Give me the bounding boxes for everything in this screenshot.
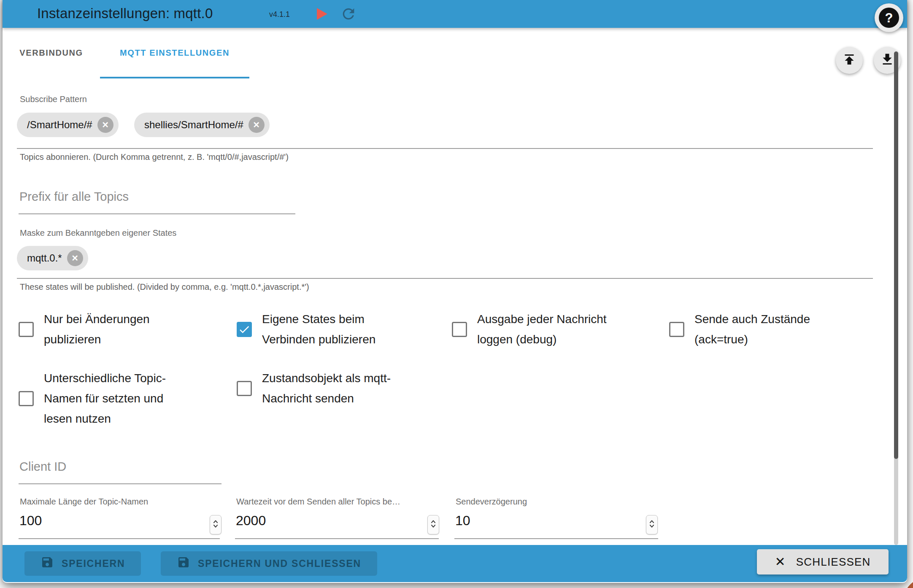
prefix-input[interactable]: Prefix für alle Topics xyxy=(19,190,129,204)
close-icon: ✕ xyxy=(775,556,786,568)
screen: Instanzeinstellungen: mqtt.0 v4.1.1 ? VE… xyxy=(0,0,913,588)
dialog-title: Instanzeinstellungen: mqtt.0 xyxy=(37,0,213,28)
tab-verbindung[interactable]: VERBINDUNG xyxy=(3,28,100,78)
instance-running-play-icon xyxy=(317,8,327,20)
close-button-label: SCHLIESSEN xyxy=(796,556,871,569)
checkbox-label: Ausgabe jeder Nachricht loggen (debug) xyxy=(477,309,616,350)
checkbox-zustandsobjekt[interactable]: Zustandsobjekt als mqtt-Nachricht senden xyxy=(237,368,401,409)
chip-text: shellies/SmartHome/# xyxy=(144,119,243,131)
checkbox-box[interactable] xyxy=(237,322,252,337)
checkbox-label: Eigene States beim Verbinden publizieren xyxy=(262,309,389,350)
close-button[interactable]: ✕ SCHLIESSEN xyxy=(757,549,889,575)
checkbox-box[interactable] xyxy=(669,322,684,337)
number-stepper[interactable] xyxy=(210,515,221,534)
mask-input-underline xyxy=(17,278,873,279)
chip-text: /SmartHome/# xyxy=(27,119,92,131)
send-delay-input[interactable]: 10 xyxy=(455,513,470,529)
mask-helper-text: These states will be published. (Divided… xyxy=(20,282,309,292)
number-stepper[interactable] xyxy=(427,515,439,534)
checkbox-unterschiedliche-topics[interactable]: Unterschiedliche Topic-Namen für setzten… xyxy=(19,368,173,429)
checkbox-box[interactable] xyxy=(19,391,34,406)
checkbox-label: Sende auch Zustände (ack=true) xyxy=(694,309,821,350)
save-button[interactable]: SPEICHERN xyxy=(24,551,141,576)
active-tab-indicator xyxy=(100,77,249,78)
send-wait-label: Wartezeit vor dem Senden aller Topics be… xyxy=(236,497,400,507)
client-id-underline xyxy=(19,483,221,484)
tab-label: MQTT EINSTELLUNGEN xyxy=(120,48,230,58)
chip-delete-icon[interactable]: ✕ xyxy=(97,117,113,133)
number-stepper[interactable] xyxy=(646,515,658,534)
subscribe-pattern-label: Subscribe Pattern xyxy=(20,94,87,104)
subscribe-helper-text: Topics abonnieren. (Durch Komma getrennt… xyxy=(20,152,289,162)
checkbox-box[interactable] xyxy=(452,322,467,337)
save-and-close-button[interactable]: SPEICHERN UND SCHLIESSEN xyxy=(161,551,377,576)
checkbox-box[interactable] xyxy=(19,322,34,337)
help-button[interactable]: ? xyxy=(875,3,903,32)
question-icon: ? xyxy=(879,8,899,28)
upload-icon xyxy=(842,52,857,69)
dialog-footer: SPEICHERN SPEICHERN UND SCHLIESSEN ✕ SCH… xyxy=(3,545,907,582)
adapter-version: v4.1.1 xyxy=(269,0,290,28)
save-icon xyxy=(41,556,54,572)
save-icon xyxy=(177,556,190,572)
mask-chip[interactable]: mqtt.0.* ✕ xyxy=(17,246,88,270)
send-wait-input[interactable]: 2000 xyxy=(236,513,266,529)
chip-delete-icon[interactable]: ✕ xyxy=(67,250,83,266)
tab-label: VERBINDUNG xyxy=(19,48,83,58)
checkbox-ausgabe-loggen[interactable]: Ausgabe jeder Nachricht loggen (debug) xyxy=(452,309,616,350)
send-delay-label: Sendeverzögerung xyxy=(456,497,527,507)
scrollbar-thumb[interactable] xyxy=(894,51,898,459)
subscribe-chip[interactable]: shellies/SmartHome/# ✕ xyxy=(134,113,270,137)
subscribe-chip[interactable]: /SmartHome/# ✕ xyxy=(17,113,119,137)
checkbox-sende-ack[interactable]: Sende auch Zustände (ack=true) xyxy=(669,309,821,350)
send-wait-underline xyxy=(235,538,439,539)
refresh-icon xyxy=(340,16,357,24)
save-button-label: SPEICHERN xyxy=(62,558,125,569)
save-and-close-button-label: SPEICHERN UND SCHLIESSEN xyxy=(198,558,361,569)
subscribe-input-underline xyxy=(17,148,873,149)
send-delay-underline xyxy=(454,538,658,539)
stepper-arrows-icon xyxy=(649,518,655,531)
checkbox-box[interactable] xyxy=(237,381,252,396)
stepper-arrows-icon xyxy=(213,518,219,531)
chip-delete-icon[interactable]: ✕ xyxy=(249,117,265,133)
tab-mqtt-einstellungen[interactable]: MQTT EINSTELLUNGEN xyxy=(100,28,249,78)
reload-button[interactable] xyxy=(340,5,357,22)
client-id-input[interactable]: Client ID xyxy=(19,460,66,474)
checkbox-nur-bei-aenderungen[interactable]: Nur bei Änderungen publizieren xyxy=(19,309,158,350)
checkbox-label: Nur bei Änderungen publizieren xyxy=(44,309,158,350)
settings-tab-bar: VERBINDUNG MQTT EINSTELLUNGEN xyxy=(3,28,678,79)
download-icon xyxy=(880,52,895,69)
checkbox-label: Unterschiedliche Topic-Namen für setzten… xyxy=(44,368,173,429)
checkbox-label: Zustandsobjekt als mqtt-Nachricht senden xyxy=(262,368,401,409)
import-settings-button[interactable] xyxy=(836,47,863,74)
checkbox-eigene-states[interactable]: Eigene States beim Verbinden publizieren xyxy=(237,309,389,350)
chip-text: mqtt.0.* xyxy=(27,252,62,264)
max-topic-length-label: Maximale Länge der Topic-Namen xyxy=(20,497,148,507)
prefix-input-underline xyxy=(19,213,295,214)
dialog-header: Instanzeinstellungen: mqtt.0 v4.1.1 xyxy=(3,0,907,28)
mask-label: Maske zum Bekanntgeben eigener States xyxy=(20,228,176,238)
max-topic-length-underline xyxy=(19,538,220,539)
max-topic-length-input[interactable]: 100 xyxy=(19,513,42,529)
stepper-arrows-icon xyxy=(430,518,436,531)
